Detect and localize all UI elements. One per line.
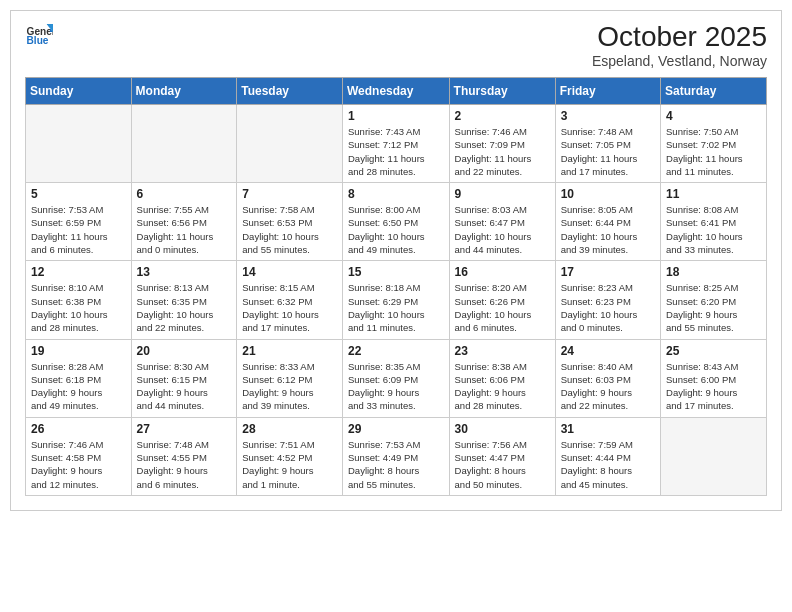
calendar-cell: 11Sunrise: 8:08 AM Sunset: 6:41 PM Dayli… [661, 183, 767, 261]
day-number: 12 [31, 265, 126, 279]
day-number: 17 [561, 265, 655, 279]
calendar-cell: 13Sunrise: 8:13 AM Sunset: 6:35 PM Dayli… [131, 261, 237, 339]
day-number: 28 [242, 422, 337, 436]
day-info: Sunrise: 8:35 AM Sunset: 6:09 PM Dayligh… [348, 360, 444, 413]
calendar-page: General Blue October 2025 Espeland, Vest… [10, 10, 782, 511]
calendar-cell: 18Sunrise: 8:25 AM Sunset: 6:20 PM Dayli… [661, 261, 767, 339]
calendar-cell: 16Sunrise: 8:20 AM Sunset: 6:26 PM Dayli… [449, 261, 555, 339]
day-info: Sunrise: 7:51 AM Sunset: 4:52 PM Dayligh… [242, 438, 337, 491]
day-info: Sunrise: 7:50 AM Sunset: 7:02 PM Dayligh… [666, 125, 761, 178]
calendar-cell: 31Sunrise: 7:59 AM Sunset: 4:44 PM Dayli… [555, 417, 660, 495]
day-info: Sunrise: 7:58 AM Sunset: 6:53 PM Dayligh… [242, 203, 337, 256]
logo-icon: General Blue [25, 21, 53, 49]
day-info: Sunrise: 8:20 AM Sunset: 6:26 PM Dayligh… [455, 281, 550, 334]
calendar-cell: 26Sunrise: 7:46 AM Sunset: 4:58 PM Dayli… [26, 417, 132, 495]
day-number: 4 [666, 109, 761, 123]
calendar-cell: 9Sunrise: 8:03 AM Sunset: 6:47 PM Daylig… [449, 183, 555, 261]
day-number: 26 [31, 422, 126, 436]
day-number: 15 [348, 265, 444, 279]
logo: General Blue [25, 21, 53, 49]
calendar-cell: 4Sunrise: 7:50 AM Sunset: 7:02 PM Daylig… [661, 105, 767, 183]
day-number: 29 [348, 422, 444, 436]
calendar-cell: 12Sunrise: 8:10 AM Sunset: 6:38 PM Dayli… [26, 261, 132, 339]
day-number: 30 [455, 422, 550, 436]
day-info: Sunrise: 8:28 AM Sunset: 6:18 PM Dayligh… [31, 360, 126, 413]
calendar-cell: 23Sunrise: 8:38 AM Sunset: 6:06 PM Dayli… [449, 339, 555, 417]
day-number: 2 [455, 109, 550, 123]
calendar-cell: 1Sunrise: 7:43 AM Sunset: 7:12 PM Daylig… [343, 105, 450, 183]
day-info: Sunrise: 7:53 AM Sunset: 4:49 PM Dayligh… [348, 438, 444, 491]
day-number: 11 [666, 187, 761, 201]
calendar-week-row: 12Sunrise: 8:10 AM Sunset: 6:38 PM Dayli… [26, 261, 767, 339]
calendar-week-row: 19Sunrise: 8:28 AM Sunset: 6:18 PM Dayli… [26, 339, 767, 417]
day-info: Sunrise: 8:18 AM Sunset: 6:29 PM Dayligh… [348, 281, 444, 334]
day-info: Sunrise: 8:13 AM Sunset: 6:35 PM Dayligh… [137, 281, 232, 334]
calendar-cell: 6Sunrise: 7:55 AM Sunset: 6:56 PM Daylig… [131, 183, 237, 261]
day-number: 23 [455, 344, 550, 358]
col-monday: Monday [131, 78, 237, 105]
calendar-subtitle: Espeland, Vestland, Norway [592, 53, 767, 69]
calendar-cell [661, 417, 767, 495]
calendar-cell [26, 105, 132, 183]
calendar-cell: 28Sunrise: 7:51 AM Sunset: 4:52 PM Dayli… [237, 417, 343, 495]
calendar-week-row: 26Sunrise: 7:46 AM Sunset: 4:58 PM Dayli… [26, 417, 767, 495]
calendar-cell: 29Sunrise: 7:53 AM Sunset: 4:49 PM Dayli… [343, 417, 450, 495]
day-number: 27 [137, 422, 232, 436]
day-number: 22 [348, 344, 444, 358]
day-info: Sunrise: 8:43 AM Sunset: 6:00 PM Dayligh… [666, 360, 761, 413]
day-number: 7 [242, 187, 337, 201]
calendar-title: October 2025 [592, 21, 767, 53]
day-info: Sunrise: 7:53 AM Sunset: 6:59 PM Dayligh… [31, 203, 126, 256]
calendar-table: Sunday Monday Tuesday Wednesday Thursday… [25, 77, 767, 496]
calendar-cell: 25Sunrise: 8:43 AM Sunset: 6:00 PM Dayli… [661, 339, 767, 417]
day-number: 24 [561, 344, 655, 358]
day-info: Sunrise: 7:48 AM Sunset: 7:05 PM Dayligh… [561, 125, 655, 178]
calendar-cell: 15Sunrise: 8:18 AM Sunset: 6:29 PM Dayli… [343, 261, 450, 339]
calendar-cell: 5Sunrise: 7:53 AM Sunset: 6:59 PM Daylig… [26, 183, 132, 261]
day-number: 31 [561, 422, 655, 436]
title-block: October 2025 Espeland, Vestland, Norway [592, 21, 767, 69]
col-saturday: Saturday [661, 78, 767, 105]
day-info: Sunrise: 8:40 AM Sunset: 6:03 PM Dayligh… [561, 360, 655, 413]
day-info: Sunrise: 8:05 AM Sunset: 6:44 PM Dayligh… [561, 203, 655, 256]
day-number: 6 [137, 187, 232, 201]
day-number: 14 [242, 265, 337, 279]
calendar-cell: 3Sunrise: 7:48 AM Sunset: 7:05 PM Daylig… [555, 105, 660, 183]
day-number: 20 [137, 344, 232, 358]
calendar-cell: 8Sunrise: 8:00 AM Sunset: 6:50 PM Daylig… [343, 183, 450, 261]
day-info: Sunrise: 8:03 AM Sunset: 6:47 PM Dayligh… [455, 203, 550, 256]
calendar-cell: 20Sunrise: 8:30 AM Sunset: 6:15 PM Dayli… [131, 339, 237, 417]
calendar-header-row: Sunday Monday Tuesday Wednesday Thursday… [26, 78, 767, 105]
col-friday: Friday [555, 78, 660, 105]
calendar-cell: 24Sunrise: 8:40 AM Sunset: 6:03 PM Dayli… [555, 339, 660, 417]
day-number: 10 [561, 187, 655, 201]
day-info: Sunrise: 7:48 AM Sunset: 4:55 PM Dayligh… [137, 438, 232, 491]
col-tuesday: Tuesday [237, 78, 343, 105]
calendar-week-row: 5Sunrise: 7:53 AM Sunset: 6:59 PM Daylig… [26, 183, 767, 261]
calendar-cell: 2Sunrise: 7:46 AM Sunset: 7:09 PM Daylig… [449, 105, 555, 183]
day-number: 5 [31, 187, 126, 201]
day-number: 1 [348, 109, 444, 123]
col-wednesday: Wednesday [343, 78, 450, 105]
day-number: 21 [242, 344, 337, 358]
day-number: 3 [561, 109, 655, 123]
calendar-cell: 22Sunrise: 8:35 AM Sunset: 6:09 PM Dayli… [343, 339, 450, 417]
calendar-cell: 27Sunrise: 7:48 AM Sunset: 4:55 PM Dayli… [131, 417, 237, 495]
day-info: Sunrise: 8:15 AM Sunset: 6:32 PM Dayligh… [242, 281, 337, 334]
day-number: 8 [348, 187, 444, 201]
day-number: 13 [137, 265, 232, 279]
calendar-cell: 17Sunrise: 8:23 AM Sunset: 6:23 PM Dayli… [555, 261, 660, 339]
day-number: 16 [455, 265, 550, 279]
day-info: Sunrise: 7:46 AM Sunset: 7:09 PM Dayligh… [455, 125, 550, 178]
calendar-cell [131, 105, 237, 183]
day-info: Sunrise: 8:10 AM Sunset: 6:38 PM Dayligh… [31, 281, 126, 334]
calendar-cell: 19Sunrise: 8:28 AM Sunset: 6:18 PM Dayli… [26, 339, 132, 417]
day-info: Sunrise: 8:23 AM Sunset: 6:23 PM Dayligh… [561, 281, 655, 334]
day-info: Sunrise: 8:38 AM Sunset: 6:06 PM Dayligh… [455, 360, 550, 413]
calendar-week-row: 1Sunrise: 7:43 AM Sunset: 7:12 PM Daylig… [26, 105, 767, 183]
day-info: Sunrise: 7:43 AM Sunset: 7:12 PM Dayligh… [348, 125, 444, 178]
calendar-cell: 10Sunrise: 8:05 AM Sunset: 6:44 PM Dayli… [555, 183, 660, 261]
calendar-cell: 30Sunrise: 7:56 AM Sunset: 4:47 PM Dayli… [449, 417, 555, 495]
day-info: Sunrise: 8:00 AM Sunset: 6:50 PM Dayligh… [348, 203, 444, 256]
col-sunday: Sunday [26, 78, 132, 105]
